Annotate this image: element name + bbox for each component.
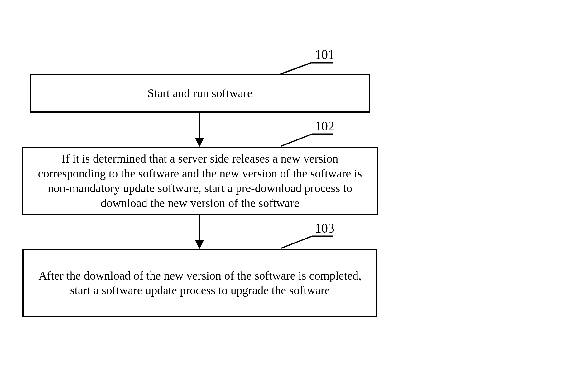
svg-marker-3	[195, 138, 204, 147]
svg-line-4	[281, 134, 312, 146]
flow-step-2: If it is determined that a server side r…	[22, 147, 378, 215]
flow-step-3-text: After the download of the new version of…	[33, 268, 367, 298]
callout-line-3	[281, 234, 333, 250]
flow-step-3-label: 103	[315, 221, 334, 236]
flow-step-1-text: Start and run software	[147, 86, 252, 101]
flow-step-2-text: If it is determined that a server side r…	[32, 151, 367, 210]
flow-step-1: Start and run software	[30, 74, 370, 113]
arrow-2-to-3	[193, 215, 206, 249]
flow-step-2-label: 102	[315, 119, 334, 134]
flow-step-1-label: 101	[315, 47, 334, 62]
arrow-1-to-2	[193, 113, 206, 147]
svg-line-0	[281, 63, 312, 74]
svg-line-8	[281, 236, 312, 248]
callout-line-1	[281, 61, 333, 76]
callout-line-2	[281, 132, 333, 148]
svg-marker-7	[195, 240, 204, 249]
flow-step-3: After the download of the new version of…	[22, 249, 377, 317]
